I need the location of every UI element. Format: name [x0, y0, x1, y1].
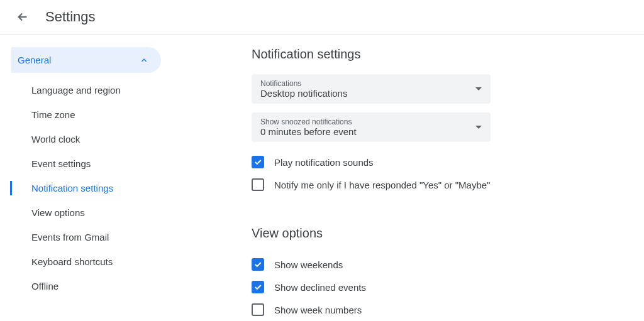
dropdown-text: Show snoozed notifications 0 minutes bef…: [260, 117, 357, 137]
dropdown-label: Show snoozed notifications: [260, 117, 357, 126]
sidebar-item-label: Notification settings: [31, 183, 113, 193]
content-area: General Language and region Time zone Wo…: [0, 35, 644, 318]
sidebar-items: Language and region Time zone World cloc…: [11, 73, 176, 298]
sidebar-item-events-from-gmail[interactable]: Events from Gmail: [23, 225, 176, 249]
checkbox-unchecked: [252, 303, 264, 316]
chevron-up-icon: [140, 56, 148, 65]
sidebar-item-label: Language and region: [31, 85, 121, 95]
sidebar-item-notification-settings[interactable]: Notification settings: [23, 176, 176, 200]
dropdown-text: Notifications Desktop notifications: [260, 79, 347, 99]
sidebar-item-label: Keyboard shortcuts: [31, 256, 113, 267]
sidebar-item-offline[interactable]: Offline: [23, 274, 176, 298]
sidebar-item-keyboard-shortcuts[interactable]: Keyboard shortcuts: [23, 249, 176, 274]
arrow-left-icon: [16, 10, 30, 24]
settings-header: Settings: [0, 0, 644, 35]
sidebar-item-label: Events from Gmail: [31, 232, 109, 242]
checkbox-checked: [252, 156, 264, 168]
dropdown-label: Notifications: [260, 79, 347, 88]
snoozed-notifications-dropdown[interactable]: Show snoozed notifications 0 minutes bef…: [252, 112, 491, 142]
sidebar-item-world-clock[interactable]: World clock: [23, 127, 176, 151]
notify-responded-checkbox-row[interactable]: Notify me only if I have responded "Yes"…: [252, 173, 619, 196]
check-icon: [253, 158, 262, 166]
show-week-numbers-checkbox-row[interactable]: Show week numbers: [252, 298, 619, 318]
section-title: View options: [252, 226, 619, 241]
sidebar-item-label: View options: [31, 207, 85, 218]
checkbox-checked: [252, 281, 264, 293]
sidebar-item-label: World clock: [31, 134, 80, 144]
sidebar-category-label: General: [18, 55, 51, 65]
sidebar-item-view-options[interactable]: View options: [23, 200, 176, 225]
dropdown-value: 0 minutes before event: [260, 126, 357, 137]
sidebar-item-event-settings[interactable]: Event settings: [23, 151, 176, 176]
checkbox-label: Show week numbers: [274, 305, 362, 315]
sidebar-item-label: Event settings: [31, 158, 91, 169]
play-sounds-checkbox-row[interactable]: Play notification sounds: [252, 151, 619, 173]
notifications-dropdown[interactable]: Notifications Desktop notifications: [252, 74, 491, 104]
caret-down-icon: [475, 87, 482, 91]
sidebar-item-language-and-region[interactable]: Language and region: [23, 78, 176, 102]
caret-down-icon: [475, 126, 482, 129]
show-declined-checkbox-row[interactable]: Show declined events: [252, 276, 619, 298]
checkbox-label: Notify me only if I have responded "Yes"…: [274, 180, 490, 190]
main-panel: Notification settings Notifications Desk…: [176, 35, 644, 318]
check-icon: [253, 260, 262, 269]
section-title: Notification settings: [252, 47, 619, 62]
sidebar-item-label: Offline: [31, 281, 58, 291]
checkbox-checked: [252, 258, 264, 271]
checkbox-label: Play notification sounds: [274, 157, 374, 168]
page-title: Settings: [45, 9, 96, 25]
sidebar-item-time-zone[interactable]: Time zone: [23, 102, 176, 127]
checkbox-unchecked: [252, 178, 264, 191]
sidebar-item-label: Time zone: [31, 109, 75, 120]
checkbox-label: Show weekends: [274, 259, 343, 270]
settings-sidebar: General Language and region Time zone Wo…: [0, 35, 176, 318]
check-icon: [253, 283, 262, 291]
back-button[interactable]: [15, 9, 30, 24]
checkbox-label: Show declined events: [274, 282, 366, 293]
view-options-section: View options Show weekends Show declined…: [252, 226, 619, 318]
sidebar-category-general[interactable]: General: [11, 47, 161, 73]
dropdown-value: Desktop notifications: [260, 88, 347, 99]
notification-settings-section: Notification settings Notifications Desk…: [252, 47, 619, 196]
show-weekends-checkbox-row[interactable]: Show weekends: [252, 253, 619, 276]
